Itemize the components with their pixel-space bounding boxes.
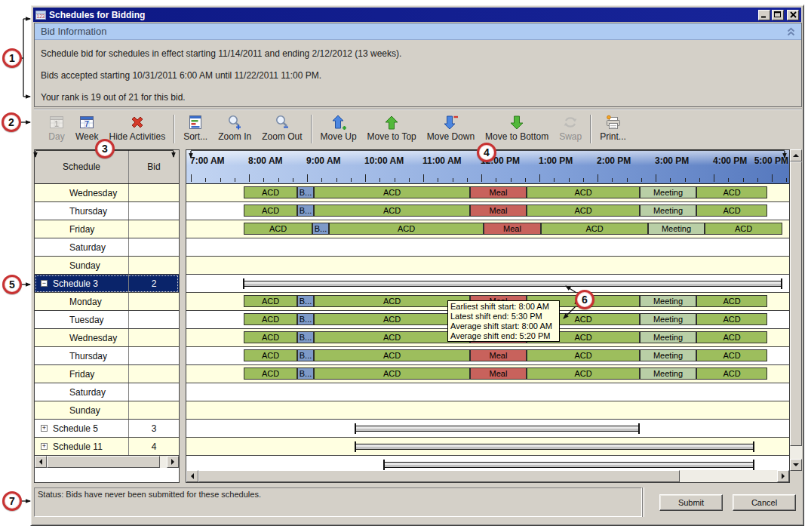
table-row-saturday[interactable]: Saturday <box>35 238 179 257</box>
zoom-out-button[interactable]: Zoom Out <box>257 114 307 142</box>
shift-range-bar[interactable] <box>244 281 782 287</box>
activity-bar-acd[interactable]: ACD <box>696 367 767 380</box>
activity-bar-acd[interactable]: ACD <box>244 204 297 217</box>
week-button[interactable]: 7Week <box>70 114 103 142</box>
table-row-schedule-11[interactable]: +Schedule 114 <box>35 438 179 456</box>
table-row-friday[interactable]: Friday <box>35 220 179 238</box>
table-row-schedule-5[interactable]: +Schedule 53 <box>35 420 179 438</box>
activity-bar-acd[interactable]: ACD <box>244 295 297 307</box>
activity-bar-acd[interactable]: ACD <box>244 223 312 235</box>
activity-bar-acd[interactable]: ACD <box>244 367 297 380</box>
print-button[interactable]: Print... <box>594 114 631 142</box>
day-button[interactable]: 1Day <box>43 114 70 142</box>
activity-bar-meeting[interactable]: Meeting <box>640 349 696 361</box>
hide-activities-button[interactable]: Hide Activities <box>103 114 171 142</box>
table-row-saturday[interactable]: Saturday <box>35 383 179 401</box>
scroll-thumb[interactable] <box>790 161 802 446</box>
table-row-sunday[interactable]: Sunday <box>35 257 179 275</box>
activity-bar-meal[interactable]: Meal <box>470 204 527 217</box>
shift-range-bar[interactable] <box>355 444 754 450</box>
activity-bar-acd[interactable]: ACD <box>696 331 767 343</box>
scroll-left-button[interactable] <box>186 470 198 482</box>
activity-bar-break[interactable]: B... <box>297 204 314 217</box>
gantt-row-schedule-3[interactable] <box>186 275 789 293</box>
activity-bar-acd[interactable]: ACD <box>329 223 484 235</box>
gantt-h-scrollbar[interactable] <box>186 470 789 482</box>
expand-box-icon[interactable]: + <box>41 443 48 450</box>
shift-range-bar[interactable] <box>384 462 754 468</box>
table-h-scrollbar[interactable] <box>35 456 179 468</box>
activity-bar-acd[interactable]: ACD <box>314 349 470 361</box>
column-header-schedule[interactable]: Schedule <box>35 150 129 183</box>
activity-bar-acd[interactable]: ACD <box>244 331 297 343</box>
activity-bar-acd[interactable]: ACD <box>314 204 470 217</box>
activity-bar-break[interactable]: B... <box>297 186 314 198</box>
activity-bar-acd[interactable]: ACD <box>527 204 640 217</box>
gantt-row-schedule-5[interactable] <box>186 420 789 438</box>
column-header-bid[interactable]: Bid <box>129 150 179 183</box>
activity-bar-acd[interactable]: ACD <box>244 186 297 198</box>
move-down-button[interactable]: Move Down <box>422 114 480 142</box>
activity-bar-acd[interactable]: ACD <box>527 367 640 380</box>
activity-bar-acd[interactable]: ACD <box>696 295 767 307</box>
activity-bar-meeting[interactable]: Meeting <box>640 204 696 217</box>
activity-bar-acd[interactable]: ACD <box>244 349 297 361</box>
table-row-schedule-3[interactable]: −Schedule 32 <box>35 275 179 293</box>
scroll-left-button[interactable] <box>35 456 47 468</box>
collapse-box-icon[interactable]: − <box>41 280 48 287</box>
table-row-friday[interactable]: Friday <box>35 365 179 383</box>
gantt-row-thursday[interactable]: ACDB...ACDMealACDMeetingACD <box>186 347 789 365</box>
gantt-row-thursday[interactable]: ACDB...ACDMealACDMeetingACD <box>186 202 789 220</box>
swap-button[interactable]: Swap <box>554 114 587 142</box>
sort-button[interactable]: Sort... <box>178 114 213 142</box>
activity-bar-meal[interactable]: Meal <box>470 186 527 198</box>
scroll-up-button[interactable] <box>790 149 802 161</box>
activity-bar-acd[interactable]: ACD <box>314 295 470 307</box>
activity-bar-acd[interactable]: ACD <box>314 331 470 343</box>
activity-bar-meeting[interactable]: Meeting <box>640 367 696 380</box>
activity-bar-acd[interactable]: ACD <box>527 349 640 361</box>
table-row-monday[interactable]: Monday <box>35 293 179 311</box>
activity-bar-meeting[interactable]: Meeting <box>648 223 705 235</box>
activity-bar-break[interactable]: B... <box>297 313 314 325</box>
activity-bar-acd[interactable]: ACD <box>696 204 767 217</box>
activity-bar-meeting[interactable]: Meeting <box>640 313 696 325</box>
gantt-row-schedule-11[interactable] <box>186 438 789 456</box>
activity-bar-acd[interactable]: ACD <box>527 186 640 198</box>
cancel-button[interactable]: Cancel <box>733 494 796 511</box>
activity-bar-break[interactable]: B... <box>312 223 329 235</box>
activity-bar-meeting[interactable]: Meeting <box>640 331 696 343</box>
maximize-button[interactable] <box>772 10 784 20</box>
shift-range-bar[interactable] <box>355 426 639 432</box>
activity-bar-meal[interactable]: Meal <box>484 223 541 235</box>
gantt-row-sunday[interactable] <box>186 257 789 275</box>
minimize-button[interactable] <box>758 10 770 20</box>
scroll-right-button[interactable] <box>167 456 179 468</box>
close-button[interactable] <box>787 10 799 20</box>
gantt-row-schedule-18[interactable] <box>186 456 789 470</box>
activity-bar-break[interactable]: B... <box>297 331 314 343</box>
scroll-thumb[interactable] <box>47 456 160 468</box>
activity-bar-acd[interactable]: ACD <box>314 186 470 198</box>
activity-bar-acd[interactable]: ACD <box>696 313 767 325</box>
gantt-row-saturday[interactable] <box>186 383 789 401</box>
activity-bar-meeting[interactable]: Meeting <box>640 186 696 198</box>
move-up-button[interactable]: Move Up <box>315 114 362 142</box>
move-to-top-button[interactable]: Move to Top <box>362 114 422 142</box>
move-to-bottom-button[interactable]: Move to Bottom <box>480 114 554 142</box>
activity-bar-acd[interactable]: ACD <box>696 186 767 198</box>
activity-bar-break[interactable]: B... <box>297 349 314 361</box>
activity-bar-acd[interactable]: ACD <box>314 367 470 380</box>
zoom-in-button[interactable]: Zoom In <box>213 114 257 142</box>
gantt-v-scrollbar[interactable] <box>790 149 802 483</box>
table-row-wednesday[interactable]: Wednesday <box>35 329 179 347</box>
activity-bar-acd[interactable]: ACD <box>696 349 767 361</box>
table-row-thursday[interactable]: Thursday <box>35 202 179 220</box>
gantt-row-friday[interactable]: ACDB...ACDMealACDMeetingACD <box>186 365 789 383</box>
table-row-sunday[interactable]: Sunday <box>35 401 179 420</box>
activity-bar-meal[interactable]: Meal <box>470 367 527 380</box>
table-row-tuesday[interactable]: Tuesday <box>35 311 179 329</box>
activity-bar-break[interactable]: B... <box>297 367 314 380</box>
activity-bar-acd[interactable]: ACD <box>244 313 297 325</box>
activity-bar-acd[interactable]: ACD <box>541 223 648 235</box>
